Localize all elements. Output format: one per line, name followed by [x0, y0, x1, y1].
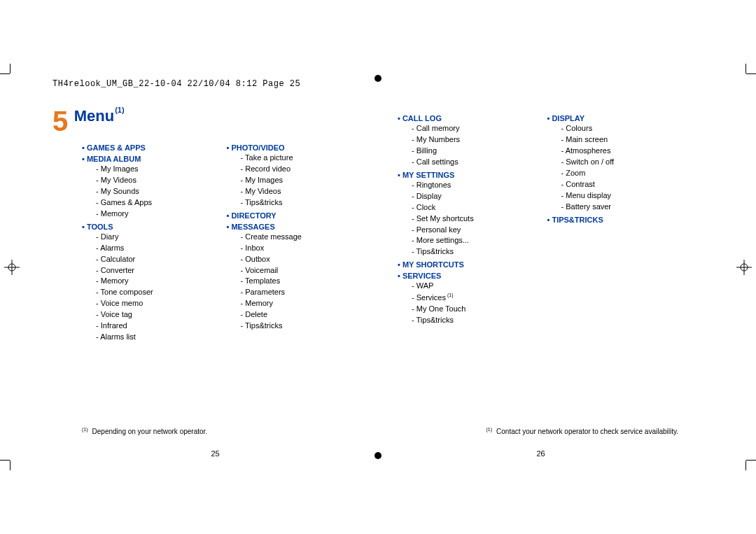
menu-item: Delete	[241, 309, 372, 321]
menu-item: Menu display	[561, 190, 697, 202]
left-page: 5 Menu(1) ..............................…	[52, 107, 378, 461]
menu-section-head: DIRECTORY	[227, 211, 372, 220]
menu-item: Atmospheres	[561, 146, 697, 157]
menu-item: Set My shortcuts	[412, 213, 547, 225]
menu-section-head: CALL LOG	[398, 114, 547, 122]
menu-section-head: DISPLAY	[547, 114, 697, 122]
column: DISPLAYColoursMain screenAtmospheresSwit…	[547, 111, 697, 329]
menu-item: Templates	[241, 276, 372, 287]
chapter-title: Menu	[74, 108, 114, 124]
menu-section-head: GAMES & APPS	[82, 143, 227, 152]
crop-mark	[746, 461, 746, 470]
column: GAMES & APPSMEDIA ALBUMMy ImagesMy Video…	[82, 141, 227, 346]
menu-item: Alarms	[96, 243, 227, 254]
left-columns: GAMES & APPSMEDIA ALBUMMy ImagesMy Video…	[82, 141, 371, 346]
menu-item: My Numbers	[412, 134, 547, 146]
menu-item: Memory	[96, 209, 227, 220]
column: PHOTO/VIDEOTake a pictureRecord videoMy …	[227, 141, 372, 346]
menu-item: Create message	[241, 232, 372, 243]
chapter-title-footnote-ref: (1)	[115, 106, 124, 114]
registration-mark-icon	[736, 260, 752, 275]
right-columns: CALL LOGCall memoryMy NumbersBillingCall…	[398, 111, 696, 329]
footnote-left: (1)Depending on your network operator.	[82, 427, 207, 435]
menu-item: Tips&tricks	[412, 246, 547, 258]
spread: TH4relook_UM_GB_22-10-04 22/10/04 8:12 P…	[24, 73, 732, 461]
menu-item: Services(1)	[412, 292, 547, 304]
menu-section-head: SERVICES	[398, 272, 547, 280]
menu-item: Calculator	[96, 254, 227, 265]
menu-item: Diary	[96, 232, 227, 243]
menu-item: Main screen	[561, 134, 697, 146]
footnote-text: Depending on your network operator.	[92, 428, 208, 435]
menu-item: Memory	[96, 276, 227, 287]
menu-item: Personal key	[412, 225, 547, 236]
registration-mark-icon	[370, 71, 386, 86]
menu-item: Take a picture	[241, 153, 372, 164]
manual-spread: TH4relook_UM_GB_22-10-04 22/10/04 8:12 P…	[0, 0, 756, 534]
menu-item: My Videos	[96, 175, 227, 186]
menu-section-head: MY SHORTCUTS	[398, 260, 547, 269]
menu-section-head: MESSAGES	[227, 223, 372, 231]
crop-mark	[10, 64, 10, 73]
menu-item: More settings...	[412, 235, 547, 246]
menu-item: Call memory	[412, 123, 547, 134]
menu-item: Clock	[412, 202, 547, 213]
menu-item-list: ColoursMain screenAtmospheresSwitch on /…	[561, 123, 697, 213]
menu-item: Infrared	[96, 321, 227, 332]
column: CALL LOGCall memoryMy NumbersBillingCall…	[398, 111, 547, 329]
menu-item: Memory	[241, 298, 372, 309]
menu-item: Voice tag	[96, 309, 227, 321]
page-number-left: 25	[211, 449, 219, 458]
menu-item: Zoom	[561, 168, 697, 179]
menu-item: Colours	[561, 123, 697, 134]
menu-item: My One Touch	[412, 304, 547, 315]
menu-item-list: Call memoryMy NumbersBillingCall setting…	[412, 123, 547, 168]
menu-item: Voicemail	[241, 265, 372, 276]
footnote-marker: (1)	[486, 427, 493, 432]
menu-section-head: MEDIA ALBUM	[82, 155, 227, 163]
registration-mark-icon	[4, 260, 20, 275]
menu-item-list: WAPServices(1)My One TouchTips&tricks	[412, 281, 547, 325]
menu-item: Parameters	[241, 287, 372, 298]
menu-item: WAP	[412, 281, 547, 292]
menu-item-list: Take a pictureRecord videoMy ImagesMy Vi…	[241, 153, 372, 209]
menu-item: Tips&tricks	[412, 315, 547, 326]
footnote-ref: (1)	[447, 293, 454, 297]
chapter-number: 5	[52, 107, 68, 135]
menu-item-list: Create messageInboxOutboxVoicemailTempla…	[241, 232, 372, 332]
menu-item-list: My ImagesMy VideosMy SoundsGames & AppsM…	[96, 164, 227, 220]
menu-item: Games & Apps	[96, 197, 227, 209]
menu-item: Outbox	[241, 254, 372, 265]
menu-item: Alarms list	[96, 332, 227, 343]
menu-section-head: PHOTO/VIDEO	[227, 143, 372, 152]
crop-mark	[746, 73, 756, 74]
footnote-right: (1)Contact your network operator to chec…	[486, 427, 679, 435]
menu-item: Tips&tricks	[241, 321, 372, 332]
menu-item-list: RingtonesDisplayClockSet My shortcutsPer…	[412, 180, 547, 258]
print-header-slug: TH4relook_UM_GB_22-10-04 22/10/04 8:12 P…	[52, 79, 300, 89]
page-number-right: 26	[536, 449, 545, 458]
crop-mark	[746, 64, 746, 73]
menu-item: Tone composer	[96, 287, 227, 298]
menu-section-head: MY SETTINGS	[398, 171, 547, 179]
chapter-heading: 5 Menu(1) ..............................…	[52, 107, 378, 135]
menu-item-list: DiaryAlarmsCalculatorConverterMemoryTone…	[96, 232, 227, 343]
crop-mark	[0, 73, 10, 74]
crop-mark	[10, 461, 10, 470]
menu-item: Contrast	[561, 179, 697, 190]
dot-leader: ........................................…	[189, 115, 371, 120]
crop-mark	[0, 460, 10, 461]
menu-item: Ringtones	[412, 180, 547, 191]
right-page: CALL LOGCall memoryMy NumbersBillingCall…	[378, 107, 704, 461]
content-area: 5 Menu(1) ..............................…	[52, 107, 704, 461]
menu-item: Display	[412, 191, 547, 202]
menu-item: My Images	[241, 175, 372, 186]
footnote-text: Contact your network operator to check s…	[496, 428, 678, 435]
footnote-marker: (1)	[82, 427, 88, 432]
menu-section-head: TIPS&TRICKS	[547, 216, 697, 224]
menu-item: Switch on / off	[561, 157, 697, 168]
crop-mark	[746, 460, 756, 461]
menu-item: Billing	[412, 146, 547, 157]
menu-item: Call settings	[412, 157, 547, 168]
menu-item: Battery saver	[561, 202, 697, 213]
